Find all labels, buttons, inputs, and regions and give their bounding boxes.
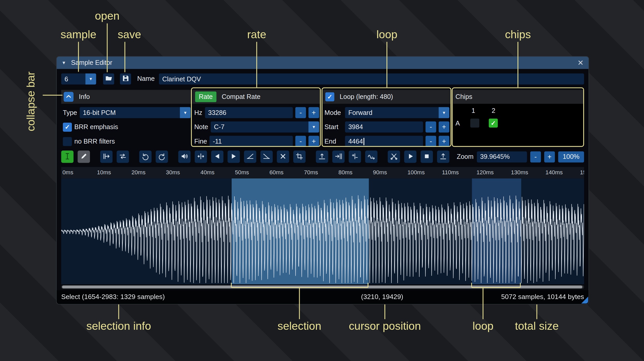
reverse-icon: [213, 152, 222, 162]
adjust-button[interactable]: [349, 151, 361, 163]
annotation-box-chips: [452, 87, 584, 147]
annotation-selection-info: selection info: [86, 320, 151, 333]
window-collapse-icon[interactable]: ▼: [62, 60, 66, 65]
annotation-rate: rate: [247, 28, 266, 41]
ruler-tick: 30ms: [166, 169, 180, 176]
annotation-line: [107, 23, 108, 72]
cursor-position-text: (3210, 19429): [361, 293, 403, 301]
zoom-in-button[interactable]: +: [544, 151, 555, 162]
play-button[interactable]: [404, 151, 416, 163]
undo-icon: [141, 152, 150, 162]
reverse-button[interactable]: [211, 151, 224, 163]
normalize-icon: [318, 152, 326, 162]
ruler-tick: 70ms: [304, 169, 318, 176]
info-header-label: Info: [79, 93, 90, 101]
annotation-selection: selection: [278, 320, 321, 333]
edit-draw-icon: [80, 152, 88, 162]
save-button[interactable]: [120, 73, 131, 84]
undo-button[interactable]: [139, 151, 152, 163]
ruler-tick: 50ms: [235, 169, 249, 176]
name-input[interactable]: Clarinet DQV: [159, 73, 584, 84]
annotation-line: [256, 42, 257, 87]
annotation-save: save: [118, 28, 141, 41]
stop-button[interactable]: [421, 151, 433, 163]
brr-emphasis-checkbox[interactable]: ✓: [63, 122, 72, 131]
chevron-down-icon: ▼: [183, 110, 187, 115]
brr-emphasis-label: BRR emphasis: [74, 123, 118, 131]
ruler-tick: 60ms: [269, 169, 283, 176]
zoom-reset-button[interactable]: 100%: [558, 151, 584, 162]
sample-type-select[interactable]: 16-bit PCM ▼: [80, 107, 191, 118]
no-brr-filters-label: no BRR filters: [74, 138, 115, 145]
close-icon[interactable]: ✕: [578, 58, 584, 67]
annotation-line: [43, 95, 62, 96]
delete-icon: [279, 152, 287, 162]
sample-selector[interactable]: 6 ▼: [61, 73, 96, 84]
edit-select-button[interactable]: [61, 151, 74, 163]
annotation-collapse-bar: collapse bar: [25, 61, 37, 131]
invert-button[interactable]: [228, 151, 240, 163]
zoom-out-button[interactable]: -: [530, 151, 541, 162]
stop-icon: [423, 152, 431, 162]
sample-toolbar: Zoom 39.9645% - + 100%: [61, 151, 584, 163]
crossfade-button[interactable]: [388, 151, 400, 163]
edit-draw-button[interactable]: [78, 151, 90, 163]
sample-type-arrow[interactable]: ▼: [180, 107, 191, 118]
filter-button[interactable]: [365, 151, 377, 163]
sample-selector-arrow[interactable]: ▼: [85, 73, 96, 84]
fade-out-icon: [262, 152, 271, 162]
insert-button[interactable]: [332, 151, 345, 163]
resize-grip[interactable]: [581, 297, 588, 304]
annotation-line: [518, 42, 518, 87]
annotation-bracket-loop: [471, 283, 521, 288]
resample-button[interactable]: [117, 151, 129, 163]
name-value: Clarinet DQV: [162, 75, 201, 83]
ruler-tick: 100ms: [407, 169, 425, 176]
titlebar: ▼ Sample Editor ✕: [57, 57, 588, 69]
check-icon: ✓: [65, 123, 70, 131]
ruler-tick: 80ms: [338, 169, 352, 176]
delete-button[interactable]: [277, 151, 289, 163]
normalize-button[interactable]: [316, 151, 328, 163]
time-ruler[interactable]: 0ms10ms20ms30ms40ms50ms60ms70ms80ms90ms1…: [61, 167, 584, 178]
play-icon: [406, 152, 414, 162]
fade-in-button[interactable]: [244, 151, 256, 163]
trim-button[interactable]: [293, 151, 306, 163]
ruler-tick: 90ms: [373, 169, 387, 176]
annotation-bracket-selection: [231, 283, 368, 288]
zoom-label: Zoom: [457, 153, 474, 161]
window-title: Sample Editor: [71, 59, 112, 67]
adjust-icon: [351, 152, 359, 162]
ruler-tick: 20ms: [131, 169, 145, 176]
waveform-display[interactable]: [61, 178, 584, 284]
annotation-line: [536, 304, 537, 319]
stretch-button[interactable]: [195, 151, 207, 163]
ruler-tick: 40ms: [200, 169, 214, 176]
collapse-bar-button[interactable]: [64, 92, 73, 102]
sample-number: 6: [61, 75, 86, 83]
zoom-input[interactable]: 39.9645%: [477, 151, 527, 162]
chevron-down-icon: ▼: [89, 77, 93, 81]
amplify-button[interactable]: [178, 151, 191, 163]
annotation-line: [387, 42, 387, 87]
annotation-total-size: total size: [515, 320, 559, 333]
resize-icon: [102, 152, 111, 162]
annotation-box-loop: [322, 87, 451, 147]
open-button[interactable]: [103, 73, 114, 84]
ruler-tick: 130ms: [511, 169, 528, 176]
waveform-trace: [61, 178, 584, 284]
annotation-line: [78, 42, 79, 72]
fade-out-button[interactable]: [260, 151, 273, 163]
resize-button[interactable]: [100, 151, 113, 163]
upload-button[interactable]: [437, 151, 449, 163]
chevron-up-icon: [64, 92, 73, 102]
info-panel: Info Type 16-bit PCM ▼ ✓ BRR emphasis no…: [61, 90, 192, 146]
redo-button[interactable]: [156, 151, 168, 163]
redo-icon: [158, 152, 166, 162]
status-bar: Select (1654-2983: 1329 samples) (3210, …: [57, 290, 588, 304]
annotation-line: [483, 288, 483, 319]
folder-icon: [104, 74, 113, 84]
no-brr-filters-checkbox[interactable]: [63, 137, 72, 146]
zoom-value: 39.9645%: [480, 153, 510, 161]
ruler-tick: 0ms: [62, 169, 73, 176]
